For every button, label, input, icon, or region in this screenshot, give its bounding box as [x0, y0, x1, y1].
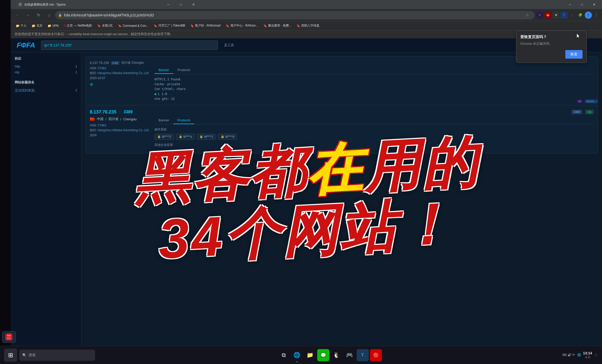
- product-tag-3[interactable]: 🔒 M****8: [218, 134, 237, 140]
- ext-t[interactable]: T: [561, 12, 568, 19]
- bookmark-beijing-icon: 📁: [32, 24, 35, 28]
- result2-header: 8.137.76.235 : 3389 3389 rdp: [90, 109, 594, 115]
- bookmark-command-label: Command & Con...: [123, 24, 148, 28]
- home-btn[interactable]: ⌂: [45, 11, 54, 20]
- refresh-btn[interactable]: ↻: [34, 11, 43, 20]
- fofa-page: FΦFA ip="8.137.76.235" 及工具 协议 http 1: [11, 38, 602, 364]
- product-tag-3-icon: 🔒: [221, 135, 224, 138]
- user-btn[interactable]: 👤: [585, 12, 592, 19]
- bookmark-raksmart2-icon: 🔖: [226, 24, 229, 28]
- today-label-line1: 今日: [7, 334, 11, 337]
- bookmark-netflix-label: 主页 — Netflix电影: [67, 24, 92, 28]
- taskbar-app-typora[interactable]: T: [357, 349, 369, 361]
- banner-line4: ● L 1-0: [155, 92, 594, 97]
- taskbar-app-qq[interactable]: 🐧: [330, 349, 342, 361]
- bookmark-juhe-icon: 🔖: [263, 24, 267, 28]
- bookmark-juhe-label: 聚合图库 - 免费...: [268, 24, 292, 28]
- popup-desc: Chrome 未正确关闭。: [520, 41, 583, 46]
- clock-date: 今天: [583, 355, 592, 359]
- minimize-btn[interactable]: ─: [564, 0, 576, 9]
- taskbar-start-btn[interactable]: ⊞: [4, 349, 17, 362]
- taskbar-app-wechat[interactable]: 💬: [317, 349, 329, 361]
- bookmark-raksmart2[interactable]: 🔖 用户中心 - RAKsm...: [224, 22, 260, 29]
- taskbar-app-red[interactable]: 🔴: [370, 349, 382, 361]
- address-bar[interactable]: 🔒 fofa.info/result?qbase64=aXA9IjguMTM3L…: [55, 11, 535, 19]
- today-label-line2: 热点: [7, 337, 11, 339]
- sidebar-rdp-row[interactable]: rdp 1: [15, 69, 77, 75]
- sidebar-http-row[interactable]: http 1: [15, 63, 77, 69]
- product-tag-1[interactable]: 🔒 M****s: [176, 134, 195, 140]
- back-btn[interactable]: ←: [13, 11, 22, 20]
- result2-port-sep: :: [119, 110, 120, 114]
- result1-org-value: Hangzhou Alibaba Advertising Co.,Ltd.: [98, 71, 149, 75]
- bookmark-tokenbb[interactable]: 🔖 代币工厂 | TokenBB: [152, 22, 187, 29]
- bookmark-netflix[interactable]: N 主页 — Netflix电影: [62, 22, 94, 29]
- sidebar-protocol-section: 协议 http 1 rdp 1: [15, 56, 77, 75]
- ext-puzzle[interactable]: 🧩: [577, 12, 584, 19]
- product-tag-2[interactable]: 🔒 M****1: [197, 134, 216, 140]
- ext-red[interactable]: 🦊: [544, 12, 551, 19]
- result2-ip[interactable]: 8.137.76.235: [90, 109, 116, 115]
- bookmarks-bar: 📁 个人 📁 北京 📁 VPN N 主页 — Netflix电影 🔖 水瓶1瓦 …: [11, 21, 602, 30]
- bookmark-sisheng[interactable]: 🔖 四胜八字排盘: [294, 22, 321, 29]
- fofa-results: 8.137.76.235 0.42 四川省 Chengdu ASN: 37963: [81, 52, 602, 364]
- typora-min-btn[interactable]: ─: [162, 0, 174, 9]
- result2-asn-value[interactable]: 37963: [98, 124, 106, 127]
- result2-products-content: 操作系统 🔒 W****2 🔒 M****s: [155, 127, 594, 147]
- result1-icons: ⊕: [90, 82, 150, 87]
- result2-tab-banner[interactable]: Banner: [155, 117, 173, 124]
- fofa-search-bar[interactable]: ip="8.137.76.235": [41, 40, 218, 50]
- close-btn[interactable]: ✕: [588, 0, 600, 9]
- result-card-1: 8.137.76.235 0.42 四川省 Chengdu ASN: 37963: [85, 56, 598, 106]
- bookmark-command-icon: 🔖: [118, 24, 122, 28]
- fofa-logo[interactable]: FΦFA: [17, 41, 35, 49]
- ext-pyc[interactable]: P: [536, 12, 543, 19]
- bookmark-command[interactable]: 🔖 Command & Con...: [116, 23, 150, 29]
- bookmark-vpn[interactable]: 📁 VPN: [46, 23, 61, 29]
- typora-close-btn[interactable]: ✕: [188, 0, 199, 9]
- result1-tab-banner[interactable]: Banner: [155, 66, 173, 74]
- product-tag-0[interactable]: 🔒 W****2: [155, 134, 174, 140]
- sidebar-website-item[interactable]: 无法找到资源。 1: [15, 87, 77, 94]
- taskbar-app-explorer[interactable]: 📁: [304, 349, 316, 361]
- dots-btn[interactable]: ⋮: [593, 12, 600, 19]
- result2-tab-products[interactable]: Products: [173, 117, 194, 124]
- maximize-btn[interactable]: □: [576, 0, 588, 9]
- typora-window[interactable]: T 在线渗透网站推荐.md - Typora ─ □ ✕: [15, 0, 202, 9]
- result1-port-partial: 0.42: [111, 61, 119, 65]
- taskbar-app-edge[interactable]: 🌐: [291, 349, 303, 361]
- bookmark-beijing[interactable]: 📁 北京: [30, 22, 45, 29]
- taskbar-time[interactable]: 13:14 今天: [583, 351, 592, 359]
- bookmark-personal[interactable]: 📁 个人: [14, 22, 29, 29]
- result2-org[interactable]: 组织: Hangzhou Alibaba Advertising Co.,Ltd…: [90, 128, 150, 132]
- ext-x[interactable]: ✕: [552, 12, 560, 19]
- result1-tab-products[interactable]: Products: [173, 66, 194, 74]
- result2-os-tags: 🔒 W****2 🔒 M****s 🔒: [155, 134, 594, 140]
- result1-org[interactable]: 组织: Hangzhou Alibaba Advertising Co.,Ltd…: [90, 71, 150, 75]
- result2-detail: Banner Products 操作系统 🔒 W****2: [155, 117, 594, 149]
- result2-flag: 🇨🇳 中国 / 四川省 / Chengdu: [90, 117, 150, 122]
- result2-sep2: /: [120, 117, 121, 121]
- typora-max-btn[interactable]: □: [175, 0, 187, 9]
- bookmark-raksmart1[interactable]: 🔖 客户区 - RAKsmart: [188, 22, 223, 29]
- toolbar: ← → ↻ ⌂ 🔒 fofa.info/result?qbase64=aXA9I…: [11, 9, 602, 21]
- bookmark-juhe[interactable]: 🔖 聚合图库 - 免费...: [261, 22, 294, 29]
- taskbar-app-game[interactable]: 🎮: [343, 349, 356, 361]
- taskbar-lang: 🌐: [577, 353, 581, 357]
- forward-btn[interactable]: →: [23, 11, 32, 20]
- product-tag-0-icon: 🔒: [157, 135, 161, 138]
- taskbar-search[interactable]: 🔍 搜索: [19, 350, 95, 361]
- bookmark-shuiping[interactable]: 🔖 水瓶1瓦: [95, 22, 115, 29]
- taskbar-app-taskview[interactable]: ⧉: [278, 349, 290, 361]
- result1-asn-value[interactable]: 37963: [98, 66, 106, 70]
- fofa-nav: FΦFA ip="8.137.76.235" 及工具: [11, 38, 602, 52]
- today-btn[interactable]: 今日 热点: [2, 331, 16, 343]
- fofa-nav-links: 及工具: [224, 43, 234, 48]
- ext-down[interactable]: ↓: [569, 12, 576, 19]
- taskbar-notification[interactable]: □: [594, 353, 598, 357]
- popup-restore-btn[interactable]: 恢复: [565, 50, 583, 59]
- bookmark-btn[interactable]: ☆: [523, 11, 532, 20]
- result1-check-icon: ⊕: [90, 82, 93, 87]
- result2-other-title: 其他企业应用: [155, 143, 594, 147]
- sidebar-http-count: 1: [75, 64, 77, 68]
